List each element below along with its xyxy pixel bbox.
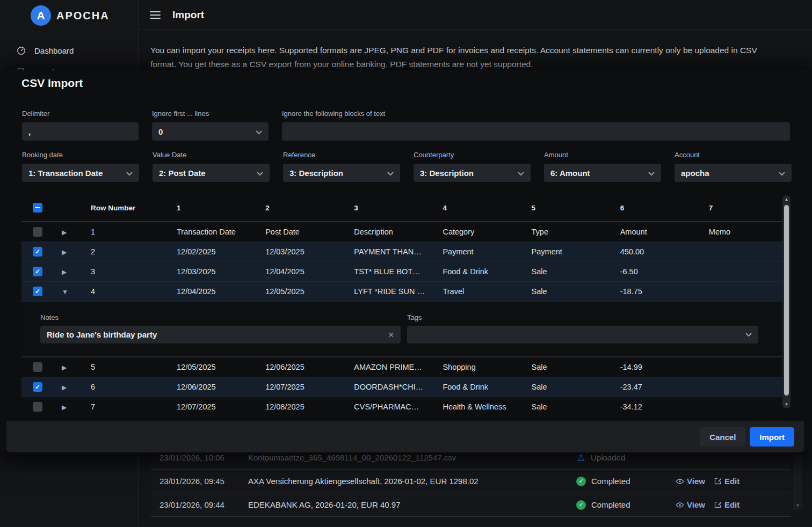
csv-import-dialog: CSV Import Delimiter , Ignore first ... …	[0, 70, 812, 452]
table-cell: 12/03/2025	[170, 267, 258, 276]
ignore-lines-select[interactable]: 0	[152, 122, 269, 141]
expand-row-button[interactable]: ▶	[62, 384, 67, 391]
view-button[interactable]: View	[676, 500, 705, 509]
expand-row-button[interactable]: ▶	[62, 268, 67, 276]
app-root: A APOCHA Dashboard Receipts	[0, 0, 812, 527]
row-number: 4	[84, 287, 170, 296]
expand-row-button[interactable]: ▶	[62, 404, 67, 411]
value-date-label: Value Date	[153, 151, 270, 159]
table-cell: Sale	[525, 383, 613, 391]
table-cell: Sale	[525, 402, 613, 411]
booking-date-select[interactable]: 1: Transaction Date	[22, 164, 139, 182]
history-timestamp: 23/01/2026, 10:06	[160, 453, 248, 462]
column-header: 4	[436, 204, 524, 212]
history-status-label: Completed	[591, 500, 630, 509]
menu-icon[interactable]	[150, 11, 161, 19]
table-cell: 12/02/2025	[170, 247, 258, 256]
ignore-blocks-input[interactable]	[282, 122, 790, 141]
view-button[interactable]: View	[676, 477, 705, 486]
table-cell: Type	[525, 228, 613, 236]
table-cell: 12/05/2025	[258, 287, 347, 296]
tags-select[interactable]	[407, 326, 758, 343]
table-cell: -14.99	[613, 363, 702, 371]
history-timestamp: 23/01/2026, 09:45	[160, 477, 248, 486]
row-number: 3	[84, 267, 170, 276]
booking-date-label: Booking date	[22, 151, 139, 159]
history-row: 23/01/2026, 09:45AXA Versicherung Aktien…	[151, 470, 791, 493]
sidebar-item-dashboard[interactable]: Dashboard	[0, 40, 139, 61]
table-cell: 12/07/2025	[258, 383, 347, 391]
csv-table-body: Row Number1234567▶1Transaction DatePost …	[21, 194, 791, 412]
table-row: ▶512/05/202512/06/2025AMAZON PRIME…Shopp…	[21, 357, 791, 377]
expand-row-button[interactable]: ▶	[62, 229, 67, 236]
history-actions: ViewEdit	[676, 477, 745, 486]
counterparty-field: Counterparty 3: Description	[414, 151, 531, 182]
row-checkbox[interactable]: ✓	[33, 247, 42, 257]
reference-field: Reference 3: Description	[283, 151, 400, 182]
row-checkbox[interactable]: ✓	[33, 287, 42, 296]
account-select[interactable]: apocha	[675, 164, 792, 182]
check-circle-icon: ✓	[576, 477, 586, 486]
delimiter-input[interactable]: ,	[22, 122, 139, 141]
view-label: View	[687, 477, 705, 486]
edit-button[interactable]: Edit	[714, 477, 740, 486]
table-cell: 12/04/2025	[170, 287, 258, 296]
history-filename: Kontoumsaetze_365_4698114_00_20260122_11…	[248, 453, 576, 462]
table-header-row: Row Number1234567	[21, 194, 791, 222]
import-button[interactable]: Import	[750, 427, 794, 447]
table-cell: -18.75	[613, 287, 702, 296]
import-history-list: 23/01/2026, 10:06Kontoumsaetze_365_46981…	[151, 446, 791, 517]
delimiter-field: Delimiter ,	[22, 109, 139, 141]
value-date-select[interactable]: 2: Post Date	[153, 164, 270, 182]
row-checkbox[interactable]	[33, 402, 42, 412]
table-scrollbar[interactable]: ▲ ▼	[782, 195, 791, 408]
notes-label: Notes	[40, 313, 401, 321]
check-icon: ✓	[35, 248, 40, 255]
topbar: Import	[139, 0, 812, 30]
expand-row-button[interactable]: ▶	[62, 364, 67, 371]
select-all-checkbox[interactable]	[33, 203, 42, 213]
table-cell: Sale	[525, 363, 613, 371]
column-mapping-row: Booking date 1: Transaction Date Value D…	[22, 151, 792, 182]
column-header: Row Number	[84, 204, 170, 212]
page-scrollbar[interactable]: ▼	[793, 455, 802, 510]
account-field: Account apocha	[675, 151, 792, 182]
clear-notes-button[interactable]: ✕	[388, 331, 394, 339]
scroll-down-arrow-icon[interactable]: ▼	[793, 503, 802, 508]
view-label: View	[687, 500, 705, 509]
row-checkbox[interactable]	[33, 227, 42, 237]
counterparty-select[interactable]: 3: Description	[414, 164, 531, 182]
page-title: Import	[172, 9, 204, 21]
row-checkbox[interactable]: ✓	[33, 267, 42, 276]
notes-input[interactable]: Ride to Jane's birthday party✕	[40, 326, 401, 343]
row-checkbox[interactable]: ✓	[33, 382, 42, 392]
table-cell: LYFT *RIDE SUN …	[347, 287, 436, 296]
table-cell: 12/08/2025	[258, 402, 347, 411]
indeterminate-icon	[35, 207, 40, 208]
upload-icon	[576, 453, 585, 462]
history-filename: EDEKABANK AG, 2026-01-20, EUR 40.97	[248, 500, 576, 509]
apocha-logo[interactable]: A APOCHA	[0, 0, 139, 26]
row-checkbox[interactable]	[33, 362, 42, 372]
delimiter-label: Delimiter	[22, 109, 139, 118]
amount-select[interactable]: 6: Amount	[544, 164, 661, 182]
scroll-down-arrow-icon[interactable]: ▼	[782, 402, 791, 407]
eye-icon	[676, 501, 684, 509]
dialog-action-bar: Cancel Import	[6, 421, 804, 452]
reference-select[interactable]: 3: Description	[283, 164, 400, 182]
scroll-up-arrow-icon[interactable]: ▲	[782, 197, 791, 202]
table-row: ✓▼412/04/202512/05/2025LYFT *RIDE SUN …T…	[21, 281, 791, 301]
table-cell: 12/05/2025	[170, 363, 258, 371]
column-header: 1	[170, 204, 258, 212]
edit-button[interactable]: Edit	[714, 500, 740, 509]
tags-label: Tags	[407, 313, 758, 321]
expand-row-button[interactable]: ▶	[62, 248, 67, 256]
eye-icon	[676, 477, 684, 486]
collapse-row-button[interactable]: ▼	[62, 288, 68, 296]
cancel-button[interactable]: Cancel	[700, 427, 745, 447]
chevron-down-icon	[257, 169, 263, 178]
table-cell: Food & Drink	[436, 267, 524, 276]
check-icon: ✓	[35, 384, 40, 390]
scrollbar-thumb[interactable]	[784, 205, 789, 396]
history-status: ✓Completed	[576, 500, 676, 510]
